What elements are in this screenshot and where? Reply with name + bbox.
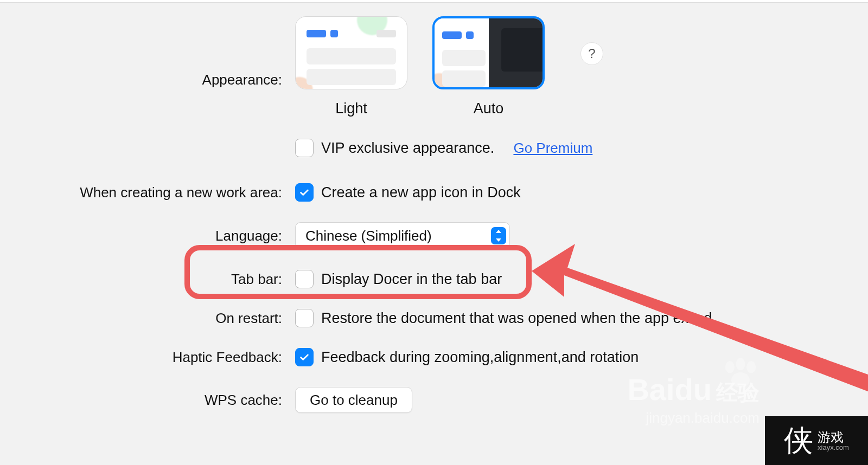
theme-light[interactable]: Light	[295, 16, 407, 117]
svg-point-2	[746, 361, 756, 373]
dropdown-stepper-icon	[491, 227, 506, 244]
workarea-label: When creating a new work area:	[0, 183, 295, 202]
tabbar-label: Tab bar:	[0, 270, 295, 288]
corner-youxi: 游戏	[818, 431, 849, 444]
tabbar-row: Tab bar: Display Docer in the tab bar	[0, 270, 868, 288]
window-titlebar	[0, 0, 868, 3]
haptic-label: Haptic Feedback:	[0, 348, 295, 366]
svg-point-1	[736, 358, 745, 370]
corner-url: xiayx.com	[818, 444, 849, 451]
cache-label: WPS cache:	[0, 391, 295, 409]
vip-control: VIP exclusive appearance. Go Premium	[295, 139, 868, 157]
site-corner-logo: 侠 游戏 xiayx.com	[765, 416, 868, 465]
check-icon	[298, 186, 310, 198]
watermark-paw-icon	[722, 358, 760, 393]
language-label: Language:	[0, 227, 295, 245]
svg-point-0	[725, 361, 735, 373]
tabbar-checkbox[interactable]	[295, 270, 314, 288]
restart-checkbox[interactable]	[295, 309, 314, 327]
theme-auto-label: Auto	[474, 100, 504, 117]
restart-label: On restart:	[0, 309, 295, 327]
haptic-option-label: Feedback during zooming,alignment,and ro…	[321, 349, 639, 366]
theme-light-thumbnail	[295, 16, 407, 89]
vip-checkbox[interactable]	[295, 139, 314, 157]
restart-row: On restart: Restore the document that wa…	[0, 309, 868, 327]
theme-light-label: Light	[335, 100, 367, 117]
workarea-row: When creating a new work area: Create a …	[0, 183, 868, 202]
appearance-options: Light Auto ?	[295, 16, 868, 117]
cache-cleanup-button[interactable]: Go to cleanup	[295, 387, 412, 413]
haptic-checkbox[interactable]	[295, 348, 314, 366]
appearance-row: Appearance: Light	[0, 16, 868, 117]
corner-xia: 侠	[784, 421, 813, 461]
svg-point-3	[731, 372, 750, 388]
language-value: Chinese (Simplified)	[305, 228, 491, 244]
restart-option-label: Restore the document that was opened whe…	[321, 310, 712, 327]
go-premium-link[interactable]: Go Premium	[513, 140, 592, 157]
check-icon	[298, 351, 310, 363]
vip-label: VIP exclusive appearance.	[321, 140, 494, 157]
appearance-label: Appearance:	[0, 16, 295, 89]
preferences-window: Appearance: Light	[0, 0, 868, 465]
appearance-help-button[interactable]: ?	[580, 42, 603, 65]
vip-row: VIP exclusive appearance. Go Premium	[0, 139, 868, 157]
language-row: Language: Chinese (Simplified)	[0, 222, 868, 249]
language-dropdown[interactable]: Chinese (Simplified)	[295, 222, 510, 249]
workarea-checkbox[interactable]	[295, 183, 314, 202]
tabbar-option-label: Display Docer in the tab bar	[321, 271, 502, 288]
theme-auto-thumbnail	[432, 16, 545, 89]
workarea-option-label: Create a new app icon in Dock	[321, 184, 521, 201]
theme-auto[interactable]: Auto	[432, 16, 545, 117]
